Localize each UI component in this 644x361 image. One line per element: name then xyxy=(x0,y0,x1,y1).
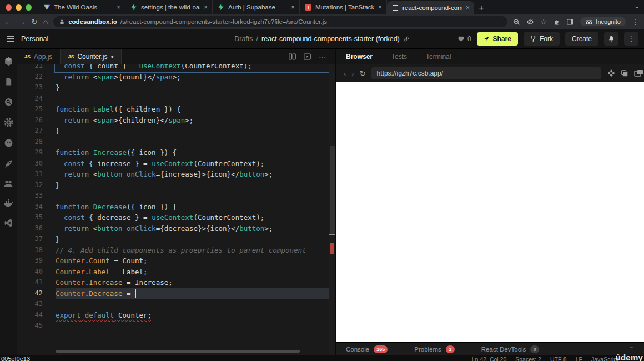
browser-tab-codesandbox[interactable]: react-compound-components × xyxy=(387,1,474,14)
create-button[interactable]: Create xyxy=(565,32,598,46)
vscode-icon[interactable] xyxy=(4,218,13,228)
code-line[interactable]: 41Counter.Increase = Increase; xyxy=(17,277,335,288)
editor-vertical-scrollbar[interactable] xyxy=(329,64,335,355)
browser-tab-wild-oasis[interactable]: The Wild Oasis × xyxy=(38,0,125,14)
close-window-button[interactable] xyxy=(6,4,12,11)
close-tab-icon[interactable]: × xyxy=(466,4,470,12)
preview-forward-icon[interactable]: › xyxy=(351,69,354,78)
workspace-label[interactable]: Personal xyxy=(21,35,48,43)
settings-gear-icon[interactable] xyxy=(4,118,13,127)
code-line[interactable]: 34function Decrease({ icon }) { xyxy=(17,202,335,213)
code-line[interactable]: 35 const { decrease } = useContext(Count… xyxy=(17,212,335,223)
code-line[interactable]: 39Counter.Count = Count; xyxy=(17,255,335,267)
code-line[interactable]: 25function Label({ children }) { xyxy=(17,104,335,115)
extensions-puzzle-icon[interactable] xyxy=(553,18,560,26)
code-line[interactable]: 40Counter.Label = Label; xyxy=(17,267,335,278)
react-devtools-tab[interactable]: React DevTools xyxy=(481,346,526,353)
header-more-menu[interactable]: ⋮ xyxy=(624,32,638,46)
code-line[interactable]: 37} xyxy=(17,234,335,245)
reload-icon[interactable]: ↻ xyxy=(31,18,38,26)
code-line[interactable]: 28 xyxy=(17,137,335,148)
github-icon[interactable] xyxy=(4,138,13,148)
docker-icon[interactable] xyxy=(3,199,13,207)
code-line[interactable]: 36 return <button onClick={decrease}>{ic… xyxy=(17,223,335,234)
preview-url-field[interactable]: https://igzh7c.csb.app/ xyxy=(371,67,601,79)
code-line[interactable]: 45 xyxy=(17,320,335,332)
scrollbar-thumb[interactable] xyxy=(330,146,335,235)
preview-back-icon[interactable]: ‹ xyxy=(344,69,346,78)
project-name[interactable]: react-compound-components-starter (forke… xyxy=(261,35,400,43)
zoom-icon[interactable] xyxy=(513,18,520,26)
code-line[interactable]: 27} xyxy=(17,126,335,137)
editor-tab-appjs[interactable]: JS App.js xyxy=(17,49,60,64)
close-tab-icon[interactable]: × xyxy=(204,3,208,11)
tab-browser[interactable]: Browser xyxy=(346,53,373,61)
fork-button[interactable]: Fork xyxy=(524,32,560,46)
code-line[interactable]: 31 return <button onClick={increase}>{ic… xyxy=(17,169,335,180)
editor-horizontal-scrollbar[interactable] xyxy=(56,350,300,353)
editor-more-icon[interactable]: ⋯ xyxy=(319,52,326,61)
tab-terminal[interactable]: Terminal xyxy=(426,53,451,61)
open-preview-icon[interactable] xyxy=(304,53,311,60)
close-tab-icon[interactable]: × xyxy=(291,3,295,11)
maximize-window-button[interactable] xyxy=(26,4,32,11)
code-line[interactable]: 42Counter.Decrease = xyxy=(17,288,335,299)
sandbox-cube-icon[interactable] xyxy=(4,57,13,66)
copy-url-icon[interactable] xyxy=(621,69,628,77)
code-line[interactable]: 43 xyxy=(17,299,335,310)
cursor-position[interactable]: Ln 42, Col 20 xyxy=(472,356,506,361)
tab-search-caret-icon[interactable]: ⌄ xyxy=(634,2,640,10)
encoding-setting[interactable]: UTF-8 xyxy=(550,356,567,361)
live-collaboration-users-icon[interactable] xyxy=(3,179,13,188)
console-expand-icon[interactable]: ⌃ xyxy=(629,345,634,353)
likes[interactable]: 0 xyxy=(457,35,471,43)
deployment-rocket-icon[interactable] xyxy=(4,159,13,168)
code-line[interactable]: 29function Increase({ icon }) { xyxy=(17,147,335,158)
search-icon[interactable] xyxy=(4,97,13,107)
responsive-mode-icon[interactable] xyxy=(607,69,615,78)
bookmark-star-icon[interactable]: ☆ xyxy=(540,18,547,26)
close-tab-icon[interactable]: × xyxy=(117,3,120,11)
split-editor-icon[interactable] xyxy=(289,53,296,60)
code-line[interactable]: 23} xyxy=(17,82,335,93)
breadcrumb-drafts[interactable]: Drafts xyxy=(234,35,253,43)
address-bar[interactable]: codesandbox.io/s/react-compound-componen… xyxy=(53,16,507,27)
code-line[interactable]: 33 xyxy=(17,190,335,202)
code-line[interactable]: 38// 4. Add child components as proeprti… xyxy=(17,245,335,256)
code-line[interactable]: 30 const { increase } = useContext(Count… xyxy=(17,158,335,169)
code-line[interactable]: 21 const { count } = useContext(CounterC… xyxy=(17,64,335,72)
browser-tab-auth-supabase[interactable]: Auth | Supabase × xyxy=(213,0,300,14)
preview-iframe[interactable] xyxy=(336,82,644,342)
code-line[interactable]: 22 return <span>{count}</span>; xyxy=(17,72,335,83)
preview-refresh-icon[interactable]: ↻ xyxy=(360,69,366,78)
code-line[interactable]: 44export default Counter; xyxy=(17,310,335,321)
new-tab-button[interactable]: + xyxy=(474,0,489,14)
code-line[interactable]: 26 return <span>{children}</span>; xyxy=(17,115,335,126)
tab-tests[interactable]: Tests xyxy=(391,53,407,61)
indentation-setting[interactable]: Spaces: 2 xyxy=(515,356,541,361)
side-panel-icon[interactable] xyxy=(566,18,574,26)
open-new-window-icon[interactable] xyxy=(634,69,643,77)
eye-off-icon[interactable] xyxy=(526,18,534,26)
browser-tab-settings[interactable]: settings | the-wild-oasis | jona × xyxy=(125,0,213,14)
editor-tab-counterjs[interactable]: JS Counter.js ● xyxy=(60,49,121,64)
forward-icon[interactable]: → xyxy=(18,18,26,26)
code-editor[interactable]: 21 const { count } = useContext(CounterC… xyxy=(17,64,335,355)
menu-hamburger-icon[interactable] xyxy=(7,36,14,42)
home-icon[interactable]: ⌂ xyxy=(43,18,48,26)
link-icon[interactable] xyxy=(403,36,410,42)
notifications-button[interactable] xyxy=(604,32,618,46)
close-tab-icon[interactable]: × xyxy=(378,3,382,11)
browser-menu-icon[interactable]: ⋮ xyxy=(632,18,640,26)
problems-tab[interactable]: Problems xyxy=(414,346,441,353)
console-tab[interactable]: Console xyxy=(346,346,369,353)
file-explorer-icon[interactable] xyxy=(4,77,13,86)
code-line[interactable]: 24 xyxy=(17,93,335,104)
share-button[interactable]: Share xyxy=(477,32,518,46)
browser-tab-tanstack[interactable]: T Mutations | TanStack Query Do × xyxy=(300,0,387,14)
code-line[interactable]: 32} xyxy=(17,180,335,191)
back-icon[interactable]: ← xyxy=(4,18,12,26)
language-mode[interactable]: JavaScript xyxy=(591,356,618,361)
eol-setting[interactable]: LF xyxy=(576,356,582,361)
minimize-window-button[interactable] xyxy=(16,4,22,11)
